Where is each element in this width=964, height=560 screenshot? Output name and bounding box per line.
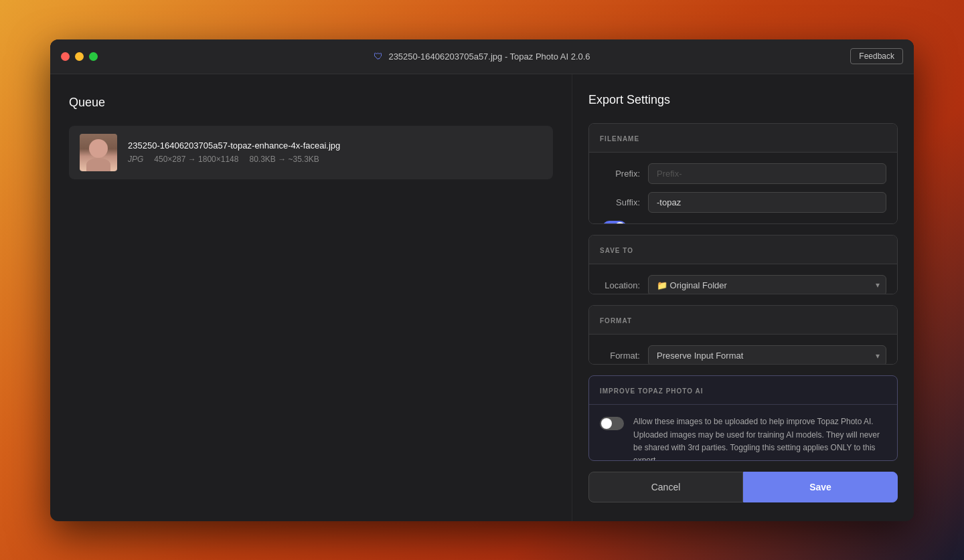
improve-section-body: Allow these images to be uploaded to hel… xyxy=(589,405,897,460)
filename-section-body: Prefix: Suffix: Add applied filters to f… xyxy=(589,153,897,224)
filters-toggle-row: Add applied filters to filename xyxy=(600,221,886,224)
improve-toggle[interactable] xyxy=(600,417,624,430)
queue-item-meta: JPG 450×287 → 1800×1148 80.3KB → ~35.3KB xyxy=(128,155,542,164)
queue-title: Queue xyxy=(69,96,553,110)
feedback-button[interactable]: Feedback xyxy=(850,48,903,64)
queue-item-info: 235250-16406203705a57-topaz-enhance-4x-f… xyxy=(128,141,542,164)
format-select[interactable]: Preserve Input Format JPG PNG TIFF xyxy=(648,345,886,365)
window-title: 🛡 235250-16406203705a57.jpg - Topaz Phot… xyxy=(374,51,590,62)
main-content: Queue 235250-16406203705a57-topaz-enhanc… xyxy=(50,74,914,521)
save-button[interactable]: Save xyxy=(743,472,898,502)
suffix-row: Suffix: xyxy=(600,192,886,213)
shield-icon: 🛡 xyxy=(374,51,383,62)
improve-section-title: IMPROVE TOPAZ PHOTO AI xyxy=(600,387,703,395)
improve-description: Allow these images to be uploaded to hel… xyxy=(633,415,886,460)
save-to-section: SAVE TO Location: 📁 Original Folder Choo… xyxy=(588,235,898,294)
app-window: 🛡 235250-16406203705a57.jpg - Topaz Phot… xyxy=(50,39,914,521)
suffix-label: Suffix: xyxy=(600,197,640,207)
prefix-label: Prefix: xyxy=(600,169,640,179)
queue-item[interactable]: 235250-16406203705a57-topaz-enhance-4x-f… xyxy=(69,126,553,179)
maximize-button[interactable] xyxy=(89,52,98,61)
filters-toggle[interactable] xyxy=(602,221,627,224)
export-panel: Export Settings FILENAME Prefix: Suffix: xyxy=(572,74,914,521)
save-to-section-header: SAVE TO xyxy=(589,236,897,264)
save-to-section-title: SAVE TO xyxy=(600,247,633,254)
format-label: Format: xyxy=(600,351,640,361)
queue-item-filename: 235250-16406203705a57-topaz-enhance-4x-f… xyxy=(128,141,542,151)
action-buttons: Cancel Save xyxy=(588,472,898,502)
queue-item-dimensions: 450×287 → 1800×1148 xyxy=(154,155,238,164)
filename-section: FILENAME Prefix: Suffix: Add applied fil… xyxy=(588,123,898,224)
format-section-title: FORMAT xyxy=(600,317,632,324)
location-select[interactable]: 📁 Original Folder Choose Folder... xyxy=(648,275,886,294)
prefix-input[interactable] xyxy=(648,163,886,184)
minimize-button[interactable] xyxy=(75,52,84,61)
format-section: FORMAT Format: Preserve Input Format JPG… xyxy=(588,305,898,365)
close-button[interactable] xyxy=(61,52,70,61)
queue-item-type: JPG xyxy=(128,155,143,164)
filters-toggle-label: Add applied filters to filename xyxy=(635,222,749,224)
save-to-section-body: Location: 📁 Original Folder Choose Folde… xyxy=(589,264,897,294)
location-row: Location: 📁 Original Folder Choose Folde… xyxy=(600,275,886,294)
queue-panel: Queue 235250-16406203705a57-topaz-enhanc… xyxy=(50,74,572,521)
queue-item-thumbnail xyxy=(80,134,117,171)
format-row: Format: Preserve Input Format JPG PNG TI… xyxy=(600,345,886,365)
thumbnail-image xyxy=(80,134,117,171)
suffix-input[interactable] xyxy=(648,192,886,213)
location-select-wrapper: 📁 Original Folder Choose Folder... ▾ xyxy=(648,275,886,294)
improve-section-header: IMPROVE TOPAZ PHOTO AI xyxy=(589,376,897,405)
export-title: Export Settings xyxy=(588,93,898,107)
location-label: Location: xyxy=(600,280,640,290)
filename-section-title: FILENAME xyxy=(600,135,639,143)
improve-section: IMPROVE TOPAZ PHOTO AI Allow these image… xyxy=(588,375,898,460)
cancel-button[interactable]: Cancel xyxy=(588,472,743,502)
format-section-body: Format: Preserve Input Format JPG PNG TI… xyxy=(589,335,897,365)
filename-section-header: FILENAME xyxy=(589,124,897,153)
format-section-header: FORMAT xyxy=(589,306,897,335)
queue-item-size: 80.3KB → ~35.3KB xyxy=(249,155,319,164)
format-select-wrapper: Preserve Input Format JPG PNG TIFF ▾ xyxy=(648,345,886,365)
traffic-lights xyxy=(61,52,98,61)
prefix-row: Prefix: xyxy=(600,163,886,184)
titlebar: 🛡 235250-16406203705a57.jpg - Topaz Phot… xyxy=(50,39,914,74)
